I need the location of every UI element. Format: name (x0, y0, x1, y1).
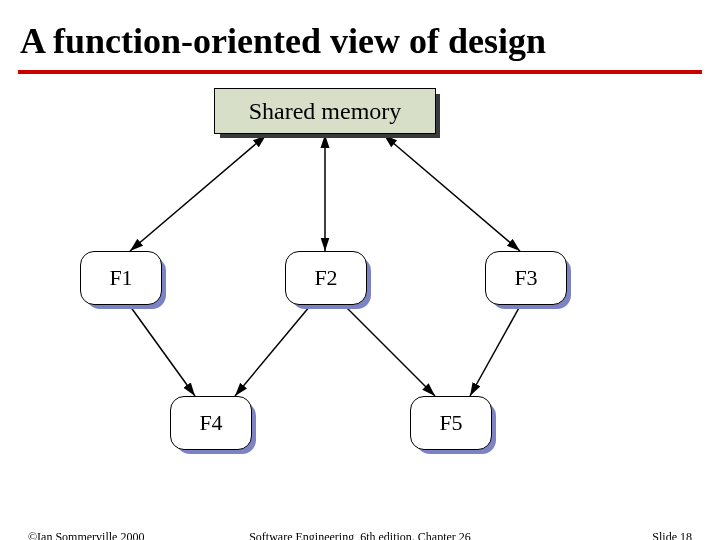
node-f1-label: F1 (80, 251, 162, 305)
node-f5-label: F5 (410, 396, 492, 450)
svg-line-3 (130, 306, 195, 396)
svg-line-2 (385, 136, 520, 251)
node-f2-label: F2 (285, 251, 367, 305)
shared-memory-box: Shared memory (214, 88, 436, 134)
footer-center: Software Engineering, 6th edition. Chapt… (0, 530, 720, 540)
footer-right: Slide 18 (652, 530, 692, 540)
svg-line-5 (345, 306, 435, 396)
diagram: Shared memory F1 F2 F3 F4 F5 (60, 86, 620, 476)
title-underline (18, 70, 702, 74)
svg-line-0 (130, 136, 265, 251)
node-f4-label: F4 (170, 396, 252, 450)
slide-title: A function-oriented view of design (20, 20, 546, 62)
node-f3-label: F3 (485, 251, 567, 305)
svg-line-6 (470, 306, 520, 396)
svg-line-4 (235, 306, 310, 396)
